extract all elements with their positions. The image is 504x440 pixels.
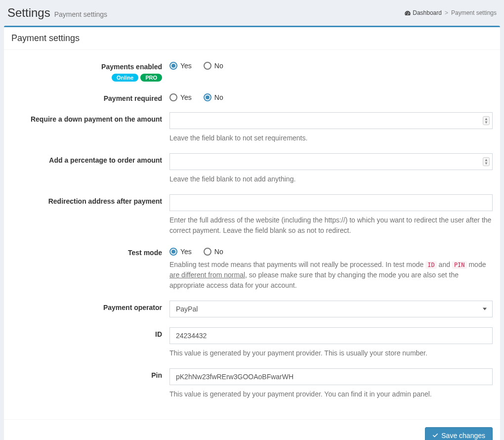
label-test-mode: Test mode	[128, 249, 162, 257]
radio-label-yes: Yes	[180, 248, 192, 256]
help-redirection: Enter the full address of the website (i…	[169, 215, 493, 236]
label-redirection: Redirection address after payment	[48, 197, 162, 205]
pin-input[interactable]	[169, 368, 493, 385]
radio-icon	[204, 62, 211, 70]
radio-icon	[204, 248, 211, 256]
breadcrumb: Dashboard > Payment settings	[405, 9, 497, 16]
form-group-payment-required: Payment required Yes No	[11, 91, 493, 102]
radio-icon	[169, 93, 177, 101]
page-title: Settings	[7, 6, 50, 20]
form-group-id: ID This value is generated by your payme…	[11, 327, 493, 358]
radio-payments-enabled-yes[interactable]: Yes	[169, 62, 192, 70]
breadcrumb-dashboard-label: Dashboard	[413, 9, 442, 16]
label-payments-enabled: Payments enabled	[11, 63, 162, 71]
label-down-payment: Require a down payment on the amount	[31, 115, 162, 123]
breadcrumb-dashboard-link[interactable]: Dashboard	[405, 9, 442, 16]
payment-operator-select[interactable]: PayPal	[169, 301, 493, 317]
radio-payment-required-no[interactable]: No	[204, 93, 223, 101]
check-icon	[432, 432, 438, 440]
form-group-test-mode: Test mode Yes No Enabling test mode mean…	[11, 246, 493, 291]
label-add-percentage: Add a percentage to order amount	[49, 156, 162, 164]
help-id: This value is generated by your payment …	[169, 348, 493, 358]
form-group-payment-operator: Payment operator PayPal	[11, 301, 493, 317]
breadcrumb-current: Payment settings	[451, 9, 497, 16]
form-group-redirection: Redirection address after payment Enter …	[11, 194, 493, 236]
number-stepper[interactable]: ▲▼	[483, 116, 490, 125]
badge-pro: PRO	[140, 74, 162, 82]
down-payment-input[interactable]	[169, 112, 493, 129]
page-subtitle: Payment settings	[54, 10, 107, 18]
form-group-pin: Pin This value is generated by your paym…	[11, 368, 493, 399]
badge-online: Online	[112, 74, 138, 82]
payment-settings-panel: Payment settings Payments enabled Online…	[4, 26, 500, 440]
save-button[interactable]: Save changes	[425, 427, 493, 440]
radio-test-mode-yes[interactable]: Yes	[169, 248, 192, 256]
radio-test-mode-no[interactable]: No	[204, 248, 223, 256]
redirection-input[interactable]	[169, 194, 493, 211]
label-id: ID	[155, 330, 162, 338]
save-button-label: Save changes	[441, 432, 485, 440]
help-down-payment: Leave the field blank to not set require…	[169, 133, 493, 143]
page-header: Settings Payment settings Dashboard > Pa…	[0, 0, 504, 26]
panel-footer: Save changes	[4, 419, 500, 440]
panel-title: Payment settings	[11, 33, 493, 44]
dashboard-icon	[405, 10, 411, 15]
number-stepper[interactable]: ▲▼	[483, 157, 490, 166]
panel-body: Payments enabled Online PRO Yes No	[4, 50, 500, 419]
radio-label-no: No	[214, 248, 223, 256]
help-pin: This value is generated by your payment …	[169, 389, 493, 399]
form-group-add-percentage: Add a percentage to order amount ▲▼ Leav…	[11, 153, 493, 184]
code-pin: PIN	[452, 261, 467, 269]
radio-label-no: No	[214, 93, 223, 101]
radio-payment-required-yes[interactable]: Yes	[169, 93, 192, 101]
radio-icon	[204, 93, 211, 101]
radio-label-yes: Yes	[180, 93, 192, 101]
radio-label-yes: Yes	[180, 62, 192, 70]
form-group-down-payment: Require a down payment on the amount ▲▼ …	[11, 112, 493, 143]
help-test-mode: Enabling test mode means that payments w…	[169, 260, 493, 291]
label-payment-required: Payment required	[104, 94, 162, 102]
panel-header: Payment settings	[4, 27, 500, 50]
radio-label-no: No	[214, 62, 223, 70]
id-input[interactable]	[169, 327, 493, 344]
code-id: ID	[425, 261, 436, 269]
radio-icon	[169, 62, 177, 70]
form-group-payments-enabled: Payments enabled Online PRO Yes No	[11, 60, 493, 82]
radio-icon	[169, 248, 177, 256]
add-percentage-input[interactable]	[169, 153, 493, 170]
radio-payments-enabled-no[interactable]: No	[204, 62, 223, 70]
label-pin: Pin	[151, 371, 162, 379]
breadcrumb-separator: >	[445, 9, 448, 16]
help-add-percentage: Leave the field blank to not add anythin…	[169, 174, 493, 184]
label-payment-operator: Payment operator	[103, 304, 162, 311]
